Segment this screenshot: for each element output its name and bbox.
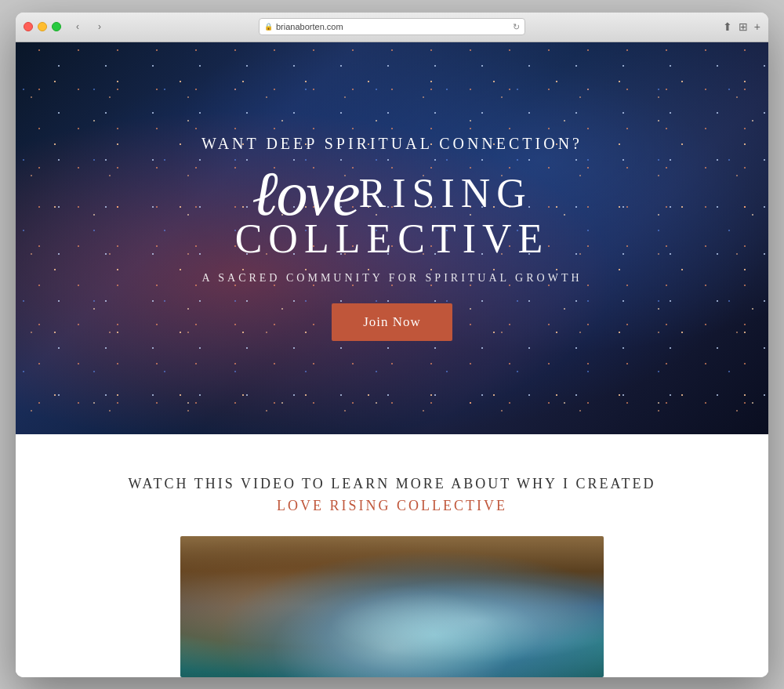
add-tab-button[interactable]: + xyxy=(754,20,760,33)
back-button[interactable]: ‹ xyxy=(67,20,88,34)
hero-section: Want Deep Spiritual Connection? ℓove RIS… xyxy=(16,42,768,434)
hero-logo: ℓove RISING COLLECTIVE xyxy=(235,165,550,259)
url-text: brianaborten.com xyxy=(276,22,343,31)
logo-collective-text: COLLECTIVE xyxy=(235,219,550,259)
minimize-button[interactable] xyxy=(38,22,47,31)
address-bar[interactable]: 🔒 brianaborten.com ↻ xyxy=(259,18,525,35)
logo-line1: ℓove RISING xyxy=(252,165,532,222)
hero-subtitle: A Sacred Community for Spiritual Growth xyxy=(201,272,582,285)
close-button[interactable] xyxy=(24,22,33,31)
logo-script-letter: ℓove xyxy=(252,165,358,222)
page-content: Want Deep Spiritual Connection? ℓove RIS… xyxy=(16,42,768,677)
hero-tagline: Want Deep Spiritual Connection? xyxy=(201,135,583,153)
tabs-icon[interactable]: ⊞ xyxy=(739,20,748,33)
video-thumbnail[interactable] xyxy=(180,536,604,677)
browser-titlebar: ‹ › 🔒 brianaborten.com ↻ ⬆ ⊞ + xyxy=(16,13,768,42)
join-now-button[interactable]: Join Now xyxy=(332,303,452,341)
toolbar-right: ⬆ ⊞ + xyxy=(723,20,760,33)
video-background xyxy=(180,536,604,677)
section-heading-line1: Watch this video to Learn more about why… xyxy=(47,473,737,495)
browser-window: ‹ › 🔒 brianaborten.com ↻ ⬆ ⊞ + Want Deep… xyxy=(16,13,768,677)
section-heading-line2: Love Rising Collective xyxy=(47,498,737,514)
maximize-button[interactable] xyxy=(52,22,61,31)
logo-rising-text: RISING xyxy=(358,173,532,214)
refresh-icon[interactable]: ↻ xyxy=(513,22,520,32)
nav-buttons: ‹ › xyxy=(67,20,110,34)
hero-content: Want Deep Spiritual Connection? ℓove RIS… xyxy=(201,135,583,341)
lock-icon: 🔒 xyxy=(264,23,273,31)
traffic-lights xyxy=(24,22,61,31)
forward-button[interactable]: › xyxy=(89,20,110,34)
share-icon[interactable]: ⬆ xyxy=(723,20,732,33)
below-hero-section: Watch this video to Learn more about why… xyxy=(16,434,768,677)
